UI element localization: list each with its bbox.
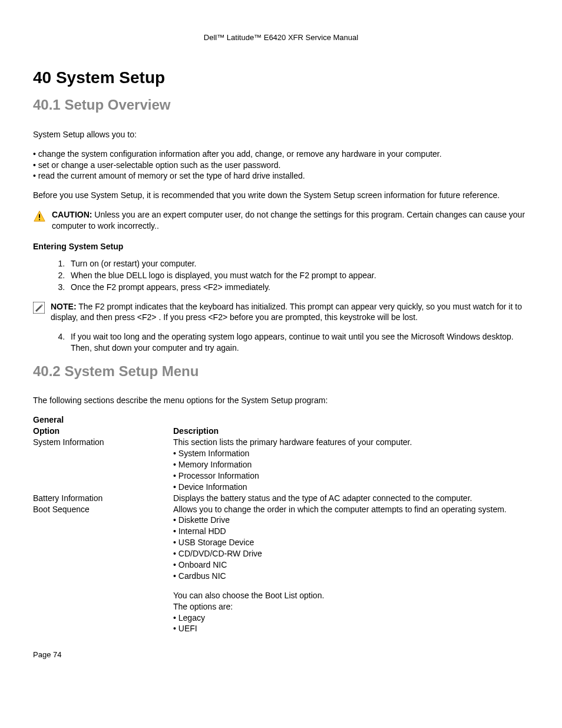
list-item: Once the F2 prompt appears, press <F2> i… xyxy=(67,282,529,293)
desc-extra: The options are: xyxy=(173,601,525,612)
chapter-heading: 40 System Setup xyxy=(33,67,529,89)
entering-heading: Entering System Setup xyxy=(33,241,529,252)
caution-body: Unless you are an expert computer user, … xyxy=(52,210,525,230)
description-cell: This section lists the primary hardware … xyxy=(173,437,529,492)
caution-triangle-icon xyxy=(33,210,46,223)
bullet-item: Legacy xyxy=(173,612,525,624)
section-heading-overview: 40.1 Setup Overview xyxy=(33,95,529,114)
description-cell: Displays the battery status and the type… xyxy=(173,493,529,504)
list-item: Turn on (or restart) your computer. xyxy=(67,258,529,269)
menu-table: Option Description System Information Th… xyxy=(33,426,529,634)
svg-rect-2 xyxy=(39,219,40,220)
desc-text: Allows you to change the order in which … xyxy=(173,504,525,515)
bullet-item: Internal HDD xyxy=(173,526,525,537)
table-row: Battery Information Displays the battery… xyxy=(33,493,529,504)
bullet-item: USB Storage Device xyxy=(173,537,525,548)
bullet-item: Processor Information xyxy=(173,470,525,482)
note-label: NOTE: xyxy=(51,302,77,311)
page-header: Dell™ Latitude™ E6420 XFR Service Manual xyxy=(33,32,529,43)
bullet-item: read the current amount of memory or set… xyxy=(33,170,529,182)
bullet-item: set or change a user-selectable option s… xyxy=(33,160,529,171)
table-row: System Information This section lists th… xyxy=(33,437,529,492)
note-text: NOTE: The F2 prompt indicates that the k… xyxy=(51,301,529,324)
intro-text: System Setup allows you to: xyxy=(33,129,529,140)
option-cell: System Information xyxy=(33,437,173,492)
caution-text: CAUTION: Unless you are an expert comput… xyxy=(52,209,529,232)
option-cell: Battery Information xyxy=(33,493,173,504)
svg-rect-1 xyxy=(39,215,40,218)
desc-extra: You can also choose the Boot List option… xyxy=(173,590,525,601)
bullet-item: change the system configuration informat… xyxy=(33,149,529,160)
bullet-item: Onboard NIC xyxy=(173,559,525,571)
steps-list-a: Turn on (or restart) your computer. When… xyxy=(33,258,529,293)
table-header-option: Option xyxy=(33,426,173,437)
list-item: If you wait too long and the operating s… xyxy=(67,331,529,354)
note-block: NOTE: The F2 prompt indicates that the k… xyxy=(33,301,529,324)
description-cell: Allows you to change the order in which … xyxy=(173,504,529,635)
before-text: Before you use System Setup, it is recom… xyxy=(33,190,529,201)
table-header-description: Description xyxy=(173,426,529,437)
bullet-item: Cardbus NIC xyxy=(173,571,525,582)
option-cell: Boot Sequence xyxy=(33,504,173,635)
bullet-item: CD/DVD/CD-RW Drive xyxy=(173,548,525,559)
bullet-item: Diskette Drive xyxy=(173,515,525,526)
bullet-item: Device Information xyxy=(173,482,525,493)
bullet-item: System Information xyxy=(173,448,525,459)
menu-intro: The following sections describe the menu… xyxy=(33,395,529,406)
desc-text: This section lists the primary hardware … xyxy=(173,437,525,448)
caution-block: CAUTION: Unless you are an expert comput… xyxy=(33,209,529,232)
section-heading-menu: 40.2 System Setup Menu xyxy=(33,362,529,381)
page-footer: Page 74 xyxy=(33,650,529,660)
note-body: The F2 prompt indicates that the keyboar… xyxy=(51,302,522,322)
bullet-item: UEFI xyxy=(173,623,525,634)
caution-label: CAUTION: xyxy=(52,210,92,219)
table-row: Boot Sequence Allows you to change the o… xyxy=(33,504,529,635)
list-item: When the blue DELL logo is displayed, yo… xyxy=(67,270,529,281)
table-group-heading: General xyxy=(33,414,529,426)
bullet-item: Memory Information xyxy=(173,459,525,470)
note-pencil-icon xyxy=(33,302,45,314)
intro-bullet-list: change the system configuration informat… xyxy=(33,149,529,182)
steps-list-b: If you wait too long and the operating s… xyxy=(33,331,529,354)
